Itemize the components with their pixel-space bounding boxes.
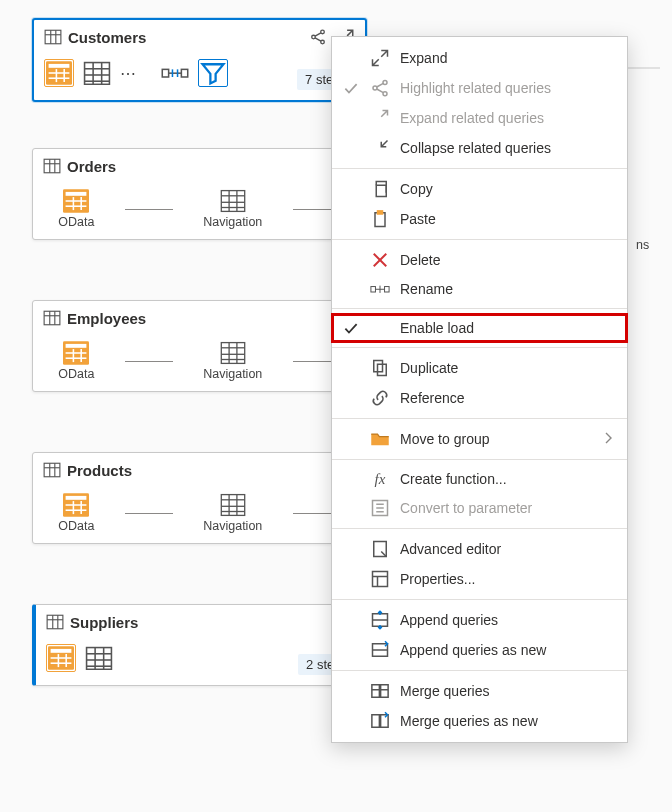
- menu-item-collapse-related[interactable]: Collapse related queries: [332, 133, 627, 163]
- svg-rect-120: [381, 685, 389, 698]
- odata-icon: [63, 493, 89, 517]
- card-title: Products: [67, 462, 356, 479]
- svg-rect-112: [373, 572, 388, 587]
- menu-label: Collapse related queries: [400, 140, 613, 156]
- flow-step-label: Navigation: [203, 367, 262, 381]
- svg-rect-11: [49, 64, 70, 68]
- menu-label: Properties...: [400, 571, 613, 587]
- collapse-icon: [370, 138, 390, 158]
- svg-point-7: [321, 40, 325, 44]
- menu-separator: [332, 239, 627, 240]
- svg-rect-37: [221, 191, 244, 212]
- card-title: Orders: [67, 158, 356, 175]
- svg-rect-27: [44, 159, 60, 173]
- svg-rect-22: [162, 69, 168, 77]
- menu-item-merge[interactable]: Merge queries: [332, 676, 627, 706]
- menu-label: Copy: [400, 181, 613, 197]
- svg-rect-96: [376, 185, 386, 196]
- svg-line-94: [377, 83, 384, 87]
- menu-item-merge-new[interactable]: Merge queries as new: [332, 706, 627, 736]
- context-menu: Expand Highlight related queries Expand …: [331, 36, 628, 743]
- delete-icon: [370, 250, 390, 270]
- menu-item-highlight-related[interactable]: Highlight related queries: [332, 73, 627, 103]
- menu-label: Merge queries: [400, 683, 613, 699]
- more-icon[interactable]: ⋯: [120, 64, 136, 83]
- svg-rect-48: [66, 344, 87, 348]
- menu-separator: [332, 418, 627, 419]
- data-view-icon[interactable]: [46, 644, 76, 672]
- relationship-icon[interactable]: [160, 59, 190, 87]
- grid-icon[interactable]: [84, 644, 114, 672]
- svg-point-5: [321, 30, 325, 34]
- menu-label: Move to group: [400, 431, 593, 447]
- menu-item-append-new[interactable]: Append queries as new: [332, 635, 627, 665]
- filter-icon[interactable]: [198, 59, 228, 87]
- table-icon: [46, 613, 64, 631]
- share-icon: [370, 78, 390, 98]
- menu-label: Merge queries as new: [400, 713, 613, 729]
- navigation-icon: [220, 189, 246, 213]
- menu-item-duplicate[interactable]: Duplicate: [332, 353, 627, 383]
- menu-label: Paste: [400, 211, 613, 227]
- flow-step-label: OData: [58, 215, 94, 229]
- flow-step-label: OData: [58, 519, 94, 533]
- navigation-icon: [220, 341, 246, 365]
- folder-icon: [370, 429, 390, 449]
- menu-item-move-to-group[interactable]: Move to group: [332, 424, 627, 454]
- menu-item-properties[interactable]: Properties...: [332, 564, 627, 594]
- menu-item-paste[interactable]: Paste: [332, 204, 627, 234]
- odata-icon: [63, 189, 89, 213]
- svg-rect-97: [375, 213, 385, 227]
- menu-item-advanced-editor[interactable]: Advanced editor: [332, 534, 627, 564]
- menu-item-delete[interactable]: Delete: [332, 245, 627, 275]
- flow-connector: [125, 209, 173, 210]
- merge-icon: [370, 681, 390, 701]
- append-icon: [370, 610, 390, 630]
- menu-item-enable-load[interactable]: Enable load: [332, 314, 627, 342]
- flow-step-label: Navigation: [203, 215, 262, 229]
- menu-separator: [332, 599, 627, 600]
- menu-item-expand[interactable]: Expand: [332, 43, 627, 73]
- flow-connector: [125, 513, 173, 514]
- menu-item-create-function[interactable]: fx Create function...: [332, 465, 627, 493]
- card-title: Customers: [68, 29, 309, 46]
- share-icon[interactable]: [309, 28, 327, 46]
- paste-icon: [370, 209, 390, 229]
- merge-new-icon: [370, 711, 390, 731]
- svg-rect-1: [45, 30, 61, 44]
- reference-icon: [370, 388, 390, 408]
- query-card-customers[interactable]: Customers ⋯: [32, 18, 367, 102]
- menu-item-expand-related[interactable]: Expand related queries: [332, 103, 627, 133]
- table-icon: [43, 461, 61, 479]
- menu-separator: [332, 528, 627, 529]
- svg-line-9: [315, 38, 321, 41]
- svg-rect-64: [66, 496, 87, 500]
- svg-rect-43: [44, 311, 60, 325]
- query-card-suppliers[interactable]: Suppliers 2 steps: [32, 604, 367, 686]
- query-card-orders[interactable]: Orders OData Navigation: [32, 148, 367, 240]
- menu-item-append[interactable]: Append queries: [332, 605, 627, 635]
- menu-item-convert-to-parameter[interactable]: Convert to parameter: [332, 493, 627, 523]
- chevron-right-icon: [603, 431, 613, 448]
- menu-item-reference[interactable]: Reference: [332, 383, 627, 413]
- menu-label: Append queries: [400, 612, 613, 628]
- flow-step-label: Navigation: [203, 519, 262, 533]
- query-card-employees[interactable]: Employees OData Navigation: [32, 300, 367, 392]
- parameter-icon: [370, 498, 390, 518]
- menu-item-copy[interactable]: Copy: [332, 174, 627, 204]
- truncated-label: ns: [636, 238, 649, 252]
- data-view-icon[interactable]: [44, 59, 74, 87]
- svg-line-8: [315, 33, 321, 36]
- menu-item-rename[interactable]: Rename: [332, 275, 627, 303]
- menu-separator: [332, 308, 627, 309]
- table-icon: [43, 309, 61, 327]
- menu-label: Expand: [400, 50, 613, 66]
- grid-icon[interactable]: [82, 59, 112, 87]
- expand-out-icon: [370, 108, 390, 128]
- menu-label: Delete: [400, 252, 613, 268]
- expand-icon: [370, 48, 390, 68]
- svg-rect-101: [371, 286, 376, 291]
- svg-point-93: [383, 92, 387, 96]
- query-card-products[interactable]: Products OData Navigation: [32, 452, 367, 544]
- svg-rect-98: [378, 211, 383, 214]
